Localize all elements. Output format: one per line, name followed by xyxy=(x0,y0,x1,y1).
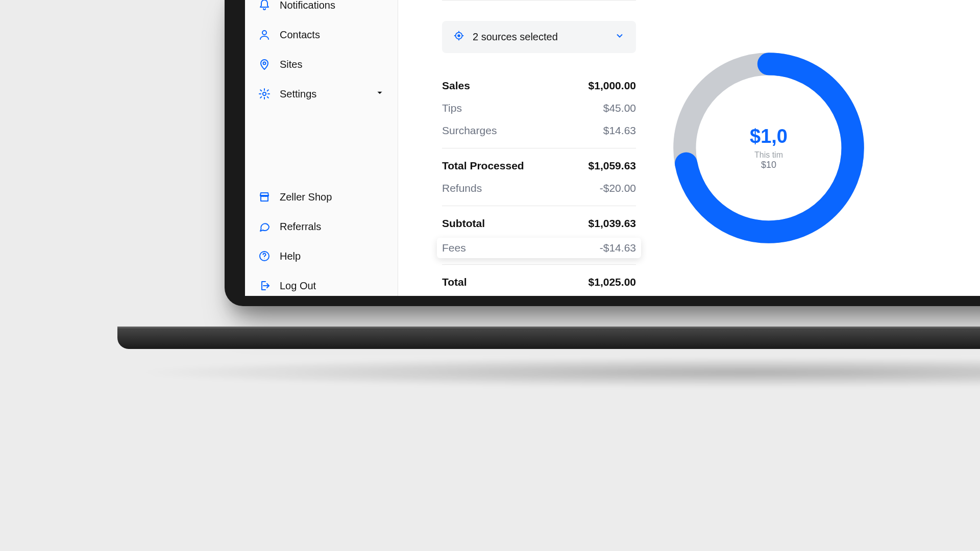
donut-value: $1,0 xyxy=(750,126,788,147)
store-icon xyxy=(258,191,271,203)
sidebar-item-label: Zeller Shop xyxy=(280,191,332,203)
sidebar-item-label: Referrals xyxy=(280,221,321,233)
row-tips: Tips $45.00 xyxy=(442,97,636,119)
label: Subtotal xyxy=(442,217,485,230)
label: Total Processed xyxy=(442,160,524,172)
value: $45.00 xyxy=(603,102,636,114)
sales-donut-chart: $1,0 This tim $10 xyxy=(672,51,866,245)
row-gst: GST incl. $11.16 xyxy=(442,293,636,296)
row-fees[interactable]: Fees -$14.63 xyxy=(437,238,641,258)
logout-icon xyxy=(258,280,271,292)
sidebar-item-label: Settings xyxy=(280,88,316,100)
sidebar-item-help[interactable]: Help xyxy=(250,243,393,269)
value: $14.63 xyxy=(603,124,636,137)
divider xyxy=(442,148,636,148)
sidebar-spacer xyxy=(250,107,393,168)
sidebar-bottom-group: Zeller Shop Referrals Help xyxy=(250,168,393,296)
sidebar-item-settings[interactable]: Settings xyxy=(250,81,393,107)
sidebar-item-contacts[interactable]: Contacts xyxy=(250,21,393,48)
row-surcharges: Surcharges $14.63 xyxy=(442,119,636,142)
sidebar-item-sites[interactable]: Sites xyxy=(250,51,393,78)
svg-point-2 xyxy=(263,92,266,95)
row-total: Total $1,025.00 xyxy=(442,271,636,293)
laptop-base xyxy=(117,327,980,349)
row-subtotal: Subtotal $1,039.63 xyxy=(442,212,636,235)
sidebar: Notifications Contacts Sites xyxy=(245,0,398,296)
sidebar-item-notifications[interactable]: Notifications xyxy=(250,0,393,18)
top-divider xyxy=(442,0,636,1)
sidebar-item-logout[interactable]: Log Out xyxy=(250,272,393,296)
row-total-processed: Total Processed $1,059.63 xyxy=(442,155,636,177)
pin-icon xyxy=(258,58,271,70)
svg-point-4 xyxy=(264,258,264,259)
sidebar-item-label: Sites xyxy=(280,59,302,70)
value: $1,039.63 xyxy=(589,217,636,230)
sidebar-item-label: Help xyxy=(280,251,301,262)
divider xyxy=(442,264,636,265)
sidebar-item-label: Contacts xyxy=(280,29,320,41)
donut-subvalue: $10 xyxy=(761,160,776,170)
label: Fees xyxy=(442,242,466,254)
value: $1,059.63 xyxy=(589,160,636,172)
main-content: 2 sources selected Sales $1,000.00 Tips … xyxy=(398,0,980,296)
bell-icon xyxy=(258,0,271,11)
donut-subtitle: This tim xyxy=(754,151,783,160)
sidebar-item-referrals[interactable]: Referrals xyxy=(250,213,393,240)
sources-selector-label: 2 sources selected xyxy=(473,31,558,43)
help-icon xyxy=(258,250,271,262)
donut-center: $1,0 This tim $10 xyxy=(672,51,866,245)
sidebar-item-shop[interactable]: Zeller Shop xyxy=(250,184,393,210)
label: Refunds xyxy=(442,182,482,194)
svg-point-5 xyxy=(457,34,460,37)
value: -$14.63 xyxy=(600,242,636,254)
label: Sales xyxy=(442,80,470,92)
svg-point-0 xyxy=(262,31,266,35)
target-icon xyxy=(453,30,464,44)
chevron-down-icon xyxy=(615,31,625,43)
screen: Notifications Contacts Sites xyxy=(245,0,980,296)
label: Total xyxy=(442,276,467,288)
sidebar-top-group: Notifications Contacts Sites xyxy=(250,0,393,107)
value: $1,000.00 xyxy=(589,80,636,92)
sidebar-item-label: Log Out xyxy=(280,280,316,292)
app-root: Notifications Contacts Sites xyxy=(245,0,980,296)
user-icon xyxy=(258,29,271,41)
label: Surcharges xyxy=(442,124,497,137)
sidebar-item-label: Notifications xyxy=(280,0,335,11)
row-refunds: Refunds -$20.00 xyxy=(442,177,636,199)
label: Tips xyxy=(442,102,462,114)
divider xyxy=(442,206,636,206)
laptop-shadow xyxy=(133,357,980,388)
sources-selector[interactable]: 2 sources selected xyxy=(442,21,636,53)
svg-point-1 xyxy=(263,62,266,65)
value: -$20.00 xyxy=(600,182,636,194)
summary-column: 2 sources selected Sales $1,000.00 Tips … xyxy=(442,0,636,296)
value: $1,025.00 xyxy=(589,276,636,288)
chat-icon xyxy=(258,220,271,233)
chevron-down-icon xyxy=(375,88,384,100)
row-sales: Sales $1,000.00 xyxy=(442,74,636,97)
gear-icon xyxy=(258,88,271,100)
